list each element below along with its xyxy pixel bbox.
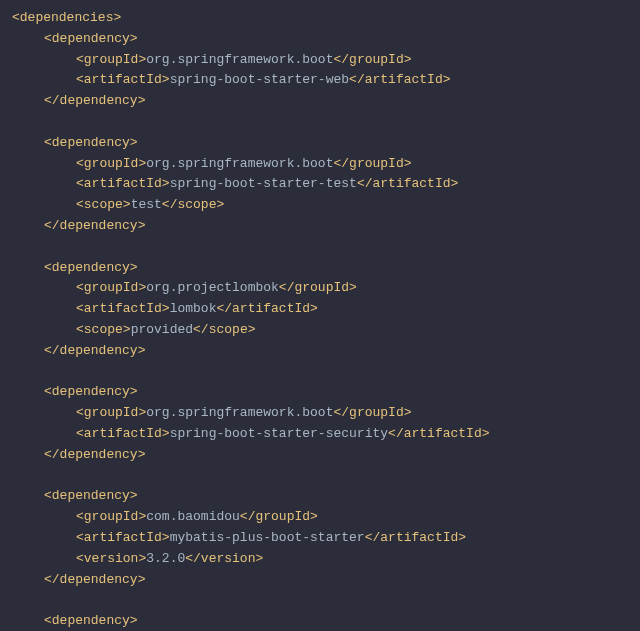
code-block: <dependencies> <dependency> <groupId>org… <box>12 8 628 631</box>
groupid-line: <groupId>org.projectlombok</groupId> <box>12 278 628 299</box>
blank-line <box>12 362 628 383</box>
dependency-close: </dependency> <box>12 91 628 112</box>
blank-line <box>12 466 628 487</box>
dependency-open: <dependency> <box>12 486 628 507</box>
dependency-open: <dependency> <box>12 133 628 154</box>
dependency-close: </dependency> <box>12 445 628 466</box>
groupid-line: <groupId>org.springframework.boot</group… <box>12 403 628 424</box>
scope-line: <scope>test</scope> <box>12 195 628 216</box>
artifactid-line: <artifactId>lombok</artifactId> <box>12 299 628 320</box>
artifactid-line: <artifactId>spring-boot-starter-test</ar… <box>12 174 628 195</box>
groupid-line: <groupId>org.springframework.boot</group… <box>12 154 628 175</box>
dependencies-open: <dependencies> <box>12 8 628 29</box>
dependency-close: </dependency> <box>12 216 628 237</box>
dependency-open: <dependency> <box>12 382 628 403</box>
blank-line <box>12 112 628 133</box>
groupid-line: <groupId>org.springframework.boot</group… <box>12 50 628 71</box>
version-line: <version>3.2.0</version> <box>12 549 628 570</box>
dependency-open: <dependency> <box>12 258 628 279</box>
artifactid-line: <artifactId>spring-boot-starter-web</art… <box>12 70 628 91</box>
blank-line <box>12 237 628 258</box>
dependency-close: </dependency> <box>12 341 628 362</box>
groupid-line: <groupId>com.baomidou</groupId> <box>12 507 628 528</box>
artifactid-line: <artifactId>spring-boot-starter-security… <box>12 424 628 445</box>
dependency-close: </dependency> <box>12 570 628 591</box>
blank-line <box>12 590 628 611</box>
dependency-open: <dependency> <box>12 29 628 50</box>
dependency-open: <dependency> <box>12 611 628 631</box>
artifactid-line: <artifactId>mybatis-plus-boot-starter</a… <box>12 528 628 549</box>
scope-line: <scope>provided</scope> <box>12 320 628 341</box>
